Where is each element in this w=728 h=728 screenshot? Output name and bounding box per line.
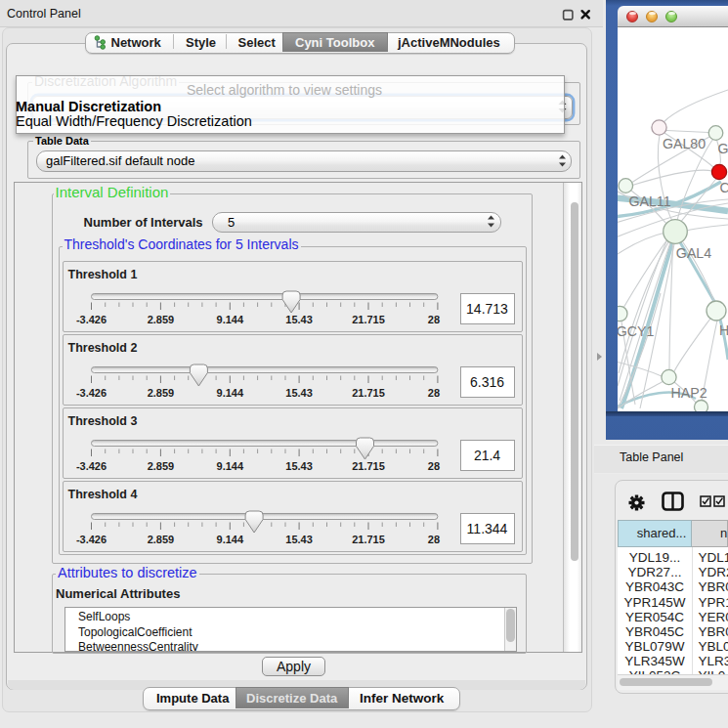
svg-text:-3.426: -3.426 (75, 314, 106, 325)
svg-text:9.144: 9.144 (216, 534, 243, 545)
svg-text:21.715: 21.715 (352, 534, 385, 545)
svg-text:28: 28 (427, 460, 439, 472)
svg-text:-3.426: -3.426 (75, 387, 106, 399)
svg-text:GAL80: GAL80 (663, 136, 706, 151)
svg-text:-3.426: -3.426 (75, 460, 106, 472)
svg-text:9.144: 9.144 (216, 314, 243, 325)
svg-text:15.43: 15.43 (285, 387, 313, 399)
svg-text:21.715: 21.715 (352, 460, 385, 472)
svg-text:15.43: 15.43 (285, 460, 313, 472)
svg-text:GAL11: GAL11 (628, 193, 670, 209)
svg-text:HAP2: HAP2 (670, 385, 707, 401)
svg-text:-3.426: -3.426 (75, 534, 106, 545)
svg-text:H: H (719, 322, 728, 338)
svg-text:2.859: 2.859 (147, 460, 174, 472)
svg-text:21.715: 21.715 (352, 387, 385, 399)
svg-text:9.144: 9.144 (216, 460, 243, 472)
svg-text:21.715: 21.715 (352, 314, 385, 325)
svg-text:GAL4: GAL4 (676, 245, 711, 261)
svg-text:GA: GA (718, 141, 728, 156)
svg-text:GCY1: GCY1 (618, 323, 654, 339)
svg-text:9.144: 9.144 (216, 387, 243, 399)
svg-text:2.859: 2.859 (147, 534, 174, 545)
svg-text:15.43: 15.43 (285, 314, 313, 325)
svg-text:2.859: 2.859 (147, 387, 174, 399)
svg-text:15.43: 15.43 (285, 534, 313, 545)
svg-text:28: 28 (427, 387, 439, 399)
svg-text:2.859: 2.859 (147, 314, 174, 325)
svg-text:28: 28 (427, 314, 439, 325)
svg-text:CY: CY (720, 180, 728, 195)
svg-text:28: 28 (427, 534, 439, 545)
